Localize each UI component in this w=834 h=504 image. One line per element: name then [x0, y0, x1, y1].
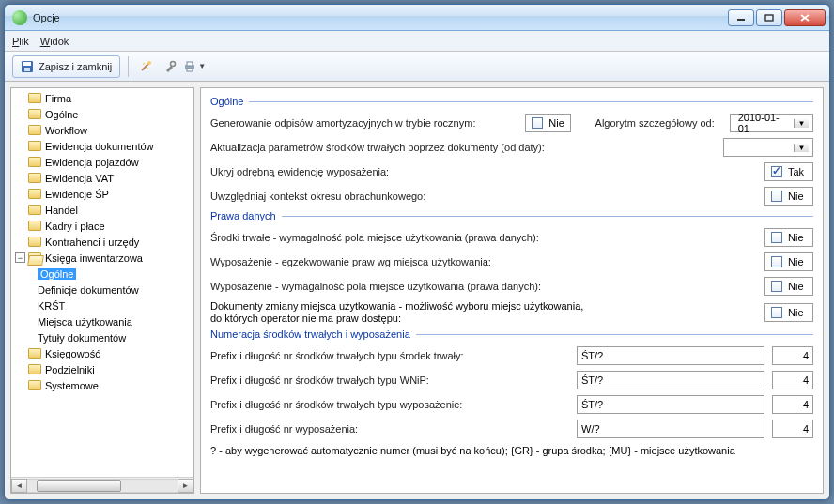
folder-icon — [28, 221, 41, 231]
folder-icon — [28, 205, 41, 215]
svg-rect-6 — [24, 68, 30, 71]
group-ogolne-title: Ogólne — [210, 96, 813, 107]
folder-icon — [28, 173, 41, 183]
tree-item[interactable]: Kadry i płace — [11, 218, 193, 234]
svg-rect-13 — [187, 62, 193, 66]
print-button[interactable]: ▼ — [185, 57, 204, 76]
tree-item-label: Systemowe — [45, 380, 99, 391]
tree-item[interactable]: Workflow — [11, 122, 193, 138]
tree-item[interactable]: Tytuły dokumentów — [11, 329, 193, 345]
tree-item[interactable]: −Księga inwentarzowa — [11, 250, 193, 266]
collapse-icon[interactable]: − — [15, 252, 25, 263]
save-close-label: Zapisz i zamknij — [39, 61, 112, 72]
label-num-3: Prefix i długość nr środków trwałych typ… — [210, 399, 462, 410]
date-algorytm[interactable]: 2010-01-01 ▼ — [730, 114, 813, 132]
app-icon — [12, 10, 27, 25]
chevron-down-icon: ▼ — [794, 144, 809, 152]
tree-item[interactable]: Ewidencje ŚP — [11, 186, 193, 202]
scroll-right-button[interactable]: ► — [178, 479, 193, 493]
horizontal-scrollbar[interactable]: ◄ ► — [11, 477, 193, 493]
folder-icon — [28, 252, 41, 263]
maximize-button[interactable] — [756, 9, 782, 26]
minimize-button[interactable] — [728, 9, 754, 26]
input-len-4[interactable]: 4 — [772, 420, 813, 438]
form-pane: Ogólne Generowanie odpisów amortyzacyjny… — [200, 87, 824, 494]
menu-plik[interactable]: Plik — [12, 36, 29, 47]
tree-item[interactable]: Handel — [11, 202, 193, 218]
scroll-thumb[interactable] — [37, 480, 121, 492]
tree-item-label: Miejsca użytkowania — [38, 316, 132, 328]
tree-item[interactable]: Kontrahenci i urzędy — [11, 234, 193, 250]
tree-item-label: Kadry i płace — [45, 221, 105, 232]
tree-item-label: Ewidencja dokumentów — [45, 141, 154, 152]
svg-rect-1 — [765, 15, 773, 21]
scroll-track[interactable] — [27, 479, 178, 493]
tree-item-label: Ewidencja pojazdów — [45, 157, 139, 168]
folder-icon — [28, 364, 41, 374]
label-num-2: Prefix i długość nr środków trwałych typ… — [210, 374, 429, 386]
input-len-3[interactable]: 4 — [772, 395, 813, 414]
input-len-1[interactable]: 4 — [772, 346, 813, 365]
folder-icon — [28, 189, 41, 199]
label-num-4: Prefix i długość nr wyposażenia: — [210, 423, 358, 435]
tree-item[interactable]: KRŚT — [11, 298, 193, 313]
svg-rect-14 — [187, 69, 193, 71]
save-icon — [21, 60, 34, 73]
options-tree[interactable]: FirmaOgólneWorkflowEwidencja dokumentówE… — [11, 88, 193, 477]
label-prawa-1: Środki trwałe - wymagalność pola miejsce… — [210, 232, 539, 243]
svg-point-11 — [171, 61, 176, 66]
tree-item[interactable]: Definicje dokumentów — [11, 282, 193, 298]
tree-item-label: Definicje dokumentów — [38, 284, 139, 296]
chevron-down-icon: ▼ — [198, 62, 206, 70]
input-len-2[interactable]: 4 — [772, 371, 813, 389]
tree-item[interactable]: Księgowość — [11, 345, 193, 361]
tree-item-label: Księgowość — [45, 348, 100, 359]
tree-item[interactable]: Miejsca użytkowania — [11, 313, 193, 329]
input-prefix-1[interactable]: ŚT/? — [577, 346, 764, 365]
save-close-button[interactable]: Zapisz i zamknij — [12, 55, 120, 78]
tree-item-selected[interactable]: Ogólne — [11, 266, 193, 282]
input-prefix-4[interactable]: W/? — [577, 420, 764, 438]
label-gen-amort: Generowanie odpisów amortyzacyjnych w tr… — [210, 117, 475, 129]
tree-item-label: Workflow — [45, 125, 87, 136]
tree-item-label: Tytuły dokumentów — [38, 332, 126, 344]
checkbox-ukryj[interactable]: Tak — [764, 162, 813, 181]
tree-item[interactable]: Podzielniki — [11, 361, 193, 377]
checkbox-prawa-1[interactable]: Nie — [764, 228, 813, 247]
tree-item-label: Ogólne — [38, 268, 76, 280]
tree-item[interactable]: Ewidencja VAT — [11, 170, 193, 186]
tree-item[interactable]: Ewidencja dokumentów — [11, 138, 193, 154]
input-prefix-2[interactable]: ŚT/? — [577, 371, 764, 389]
tree-item[interactable]: Firma — [11, 90, 193, 106]
tree-item-label: Ogólne — [45, 109, 78, 120]
label-prawa-4: Dokumenty zmiany miejsca użytkowania - m… — [210, 300, 583, 325]
folder-icon — [28, 157, 41, 167]
tools-button[interactable] — [161, 57, 179, 76]
tree-pane: FirmaOgólneWorkflowEwidencja dokumentówE… — [10, 87, 194, 494]
label-uwzglednij: Uwzględniaj kontekst okresu obrachunkowe… — [210, 191, 425, 202]
checkbox-prawa-3[interactable]: Nie — [764, 277, 813, 296]
tree-item-label: Ewidencje ŚP — [45, 189, 109, 200]
date-aktualizacja[interactable]: ▼ — [723, 138, 813, 157]
tree-item[interactable]: Ogólne — [11, 106, 193, 122]
tree-item[interactable]: Systemowe — [11, 377, 193, 393]
checkbox-icon — [771, 166, 782, 177]
wand-button[interactable] — [136, 57, 155, 76]
checkbox-prawa-2[interactable]: Nie — [764, 252, 813, 271]
folder-icon — [28, 109, 41, 119]
group-prawa-title: Prawa danych — [210, 210, 813, 221]
label-algorytm: Algorytm szczegółowy od: — [595, 117, 715, 129]
menu-widok[interactable]: Widok — [40, 36, 70, 47]
checkbox-icon — [771, 191, 782, 202]
titlebar[interactable]: Opcje — [5, 5, 829, 31]
checkbox-prawa-4[interactable]: Nie — [764, 303, 813, 322]
checkbox-uwzglednij[interactable]: Nie — [764, 187, 813, 206]
checkbox-gen-amort[interactable]: Nie — [525, 114, 571, 132]
close-button[interactable] — [784, 9, 826, 26]
scroll-left-button[interactable]: ◄ — [11, 479, 27, 493]
input-prefix-3[interactable]: ŚT/? — [577, 395, 764, 414]
tools-icon — [163, 60, 177, 73]
print-icon — [183, 60, 196, 73]
tree-item[interactable]: Ewidencja pojazdów — [11, 154, 193, 170]
label-prawa-3: Wyposażenie - wymagalność pola miejsce u… — [210, 281, 541, 292]
